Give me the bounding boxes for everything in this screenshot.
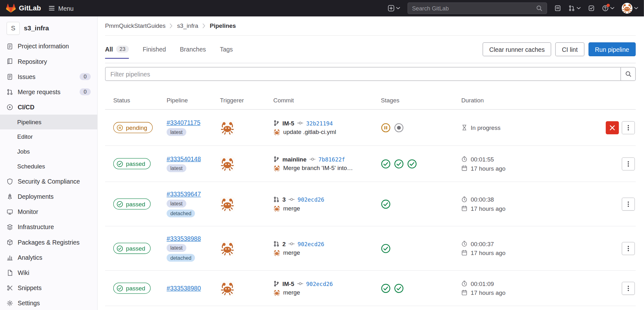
sidebar-item-merge-requests[interactable]: Merge requests 0 [0,84,97,100]
sidebar-item-snippets[interactable]: Snippets [0,280,97,295]
commit-sha-link[interactable]: 7b81622f [319,156,345,162]
status-badge-passed[interactable]: passed [113,283,151,294]
global-search-input[interactable] [412,5,533,12]
pipeline-kebab-button[interactable] [622,242,635,255]
stage-passed-icon[interactable] [381,199,391,209]
stage-passed-icon[interactable] [407,159,417,168]
ref-link[interactable]: IM-5 [282,120,294,126]
sidebar-item-label: Infrastructure [18,223,54,230]
plus-icon [388,5,395,12]
issues-button[interactable] [554,5,561,12]
triggerer-avatar[interactable] [220,241,235,256]
pipeline-link[interactable]: #334071175 [167,119,200,126]
clear-runner-caches-button[interactable]: Clear runner caches [483,42,551,56]
project-information-icon [7,43,13,50]
sidebar-item-cicd[interactable]: CI/CD [0,100,97,115]
status-passed-icon [116,161,123,167]
commit-message-link[interactable]: merge [283,249,300,256]
stage-passed-icon[interactable] [381,159,391,168]
sidebar-item-settings[interactable]: Settings [0,295,97,310]
new-menu-button[interactable] [388,5,400,12]
stage-passed-icon[interactable] [381,283,391,293]
commit-message-link[interactable]: merge [283,205,300,212]
sidebar-item-infrastructure[interactable]: Infrastructure [0,219,97,234]
sidebar-item-security-compliance[interactable]: Security & Compliance [0,174,97,189]
triggerer-avatar[interactable] [220,120,235,135]
sidebar-item-pipelines[interactable]: Pipelines [0,115,97,130]
stage-created-icon[interactable] [394,123,404,132]
commit-message-link[interactable]: Merge branch 'IM-5' into… [283,165,353,171]
commit-message-link[interactable]: update .gitlab-ci.yml [283,129,336,135]
merge-request-icon [7,88,13,95]
breadcrumb-project-link[interactable]: s3_infra [177,23,198,29]
breadcrumb-group-link[interactable]: PmmQuickStartGuides [105,23,166,29]
global-search[interactable] [408,3,547,14]
commit-author-avatar[interactable] [273,205,280,212]
cancel-pipeline-button[interactable] [606,121,619,134]
filter-pipelines-input[interactable] [105,67,621,81]
user-menu-button[interactable] [622,3,638,14]
stage-passed-icon[interactable] [394,159,404,168]
stage-passed-icon[interactable] [381,243,391,253]
help-button[interactable] [602,5,614,12]
stage-pending-icon[interactable] [381,123,391,132]
pipeline-link[interactable]: #333539647 [167,191,201,198]
commit-sha-link[interactable]: 902ecd26 [298,240,325,247]
sidebar-item-schedules[interactable]: Schedules [0,159,97,174]
menu-button[interactable]: Menu [48,5,74,12]
sidebar-item-deployments[interactable]: Deployments [0,189,97,204]
filter-search-button[interactable] [621,67,636,81]
status-badge-passed[interactable]: passed [113,158,151,169]
triggerer-avatar[interactable] [220,156,235,171]
run-pipeline-button[interactable]: Run pipeline [588,42,636,56]
sidebar-item-label: Wiki [18,269,29,276]
chevron-down-icon [576,7,581,9]
triggerer-avatar[interactable] [220,197,235,211]
gitlab-home-link[interactable]: GitLab [6,3,41,13]
tab-tags[interactable]: Tags [220,40,233,59]
sidebar-item-editor[interactable]: Editor [0,130,97,144]
tab-all[interactable]: All 23 [105,40,129,59]
ref-link[interactable]: 3 [282,196,286,203]
pipeline-kebab-button[interactable] [622,282,635,295]
ref-link[interactable]: 2 [282,240,286,247]
status-badge-passed[interactable]: passed [113,198,151,210]
pipeline-scope-tabs: All 23 Finished Branches Tags [105,40,233,59]
project-context[interactable]: S s3_infra [0,16,97,39]
pipeline-kebab-button[interactable] [622,121,635,134]
status-badge-passed[interactable]: passed [113,243,151,254]
pipeline-kebab-button[interactable] [622,157,635,170]
sidebar-item-repository[interactable]: Repository [0,54,97,69]
pipeline-link[interactable]: #333538988 [167,235,201,242]
sidebar-item-wiki[interactable]: Wiki [0,265,97,280]
pipeline-kebab-button[interactable] [622,198,635,211]
ref-link[interactable]: IM-5 [282,280,294,287]
commit-author-avatar[interactable] [273,249,280,256]
ref-link[interactable]: mainline [282,156,306,162]
status-badge-pending[interactable]: pending [113,122,152,133]
merge-requests-button[interactable] [568,5,581,12]
triggerer-avatar[interactable] [220,281,235,296]
sidebar-item-monitor[interactable]: Monitor [0,204,97,219]
pipeline-link[interactable]: #333538980 [167,285,201,292]
sidebar-item-issues[interactable]: Issues 0 [0,69,97,84]
tab-label: All [105,46,113,52]
stage-passed-icon[interactable] [394,283,404,293]
todos-button[interactable] [588,5,595,12]
commit-sha-link[interactable]: 32b21194 [306,120,333,126]
commit-author-avatar[interactable] [273,165,280,172]
tab-finished[interactable]: Finished [143,40,166,59]
commit-sha-link[interactable]: 902ecd26 [306,280,333,287]
tab-branches[interactable]: Branches [180,40,206,59]
commit-message-link[interactable]: merge [283,289,300,296]
ci-lint-button[interactable]: CI lint [555,42,584,56]
sidebar-item-project-information[interactable]: Project information [0,39,97,54]
sidebar-item-jobs[interactable]: Jobs [0,144,97,159]
sidebar-item-packages-registries[interactable]: Packages & Registries [0,234,97,250]
commit-author-avatar[interactable] [273,128,280,135]
commit-sha-link[interactable]: 902ecd26 [298,196,325,203]
sidebar-item-analytics[interactable]: Analytics [0,250,97,265]
pipeline-link[interactable]: #333540148 [167,155,201,162]
sidebar-nav: Project information Repository Issues 0 … [0,39,97,310]
commit-author-avatar[interactable] [273,289,280,296]
